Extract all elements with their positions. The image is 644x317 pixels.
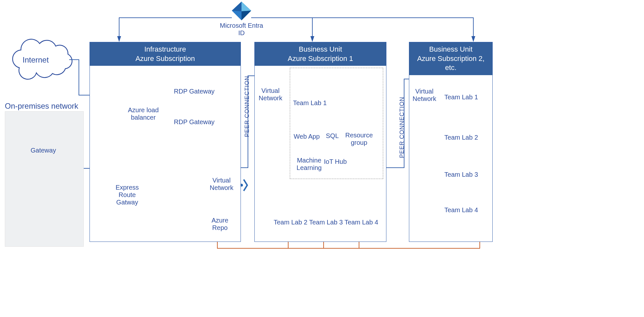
onprem-box bbox=[5, 111, 84, 247]
bu2-header-l1: Business Unit bbox=[411, 45, 491, 54]
peer-connection-2: PEER CONNECTION bbox=[399, 97, 405, 158]
express-route-label: Express Route Gatway bbox=[106, 184, 148, 206]
webapp-label: Web App bbox=[294, 133, 320, 140]
entra-id-icon bbox=[232, 2, 251, 20]
sql-label: SQL bbox=[326, 132, 339, 140]
infra-vnet-label: Virtual Network bbox=[209, 177, 234, 192]
bu2-header-l2: Azure Subscription 2, etc. bbox=[411, 54, 491, 73]
bu1-header-l2: Azure Subscription 1 bbox=[256, 54, 385, 64]
bu1-header: Business Unit Azure Subscription 1 bbox=[255, 42, 386, 66]
azure-repo-label: Azure Repo bbox=[209, 217, 231, 232]
bu1-team3-label: Team Lab 3 bbox=[309, 219, 343, 226]
bu1-team4-label: Team Lab 4 bbox=[345, 219, 378, 226]
bu1-team1-label: Team Lab 1 bbox=[293, 99, 327, 107]
infra-header: Infrastructure Azure Subscription bbox=[90, 42, 241, 66]
bu2-vnet-label: Virtual Network bbox=[412, 88, 437, 103]
infra-subscription-box: Infrastructure Azure Subscription bbox=[90, 42, 241, 242]
iot-label: IoT Hub bbox=[324, 158, 347, 165]
bu2-team4-label: Team Lab 4 bbox=[444, 206, 478, 214]
peer-connection-1: PEER CONNECTION bbox=[244, 76, 251, 137]
bu2-team1-label: Team Lab 1 bbox=[444, 94, 478, 101]
ml-label: Machine Learning bbox=[295, 157, 324, 172]
bu1-vnet-label: Virtual Network bbox=[258, 87, 283, 102]
onprem-title: On-premises network bbox=[5, 102, 78, 111]
infra-header-l2: Azure Subscription bbox=[91, 54, 239, 64]
internet-label: Internet bbox=[23, 55, 49, 64]
rdp1-label: RDP Gateway bbox=[174, 88, 214, 95]
rdp2-label: RDP Gateway bbox=[174, 118, 214, 126]
infra-header-l1: Infrastructure bbox=[91, 45, 239, 54]
bu1-team2-label: Team Lab 2 bbox=[274, 219, 308, 226]
gateway-label: Gateway bbox=[31, 147, 56, 154]
load-balancer-label: Azure load balancer bbox=[127, 106, 159, 121]
bu2-team2-label: Team Lab 2 bbox=[444, 134, 478, 141]
bu2-team3-label: Team Lab 3 bbox=[444, 171, 478, 178]
bu2-header: Business Unit Azure Subscription 2, etc. bbox=[409, 42, 492, 75]
entra-id-label: Microsoft Entra ID bbox=[219, 22, 264, 37]
bu1-header-l1: Business Unit bbox=[256, 45, 385, 54]
rg-label: Resource group bbox=[345, 132, 374, 146]
